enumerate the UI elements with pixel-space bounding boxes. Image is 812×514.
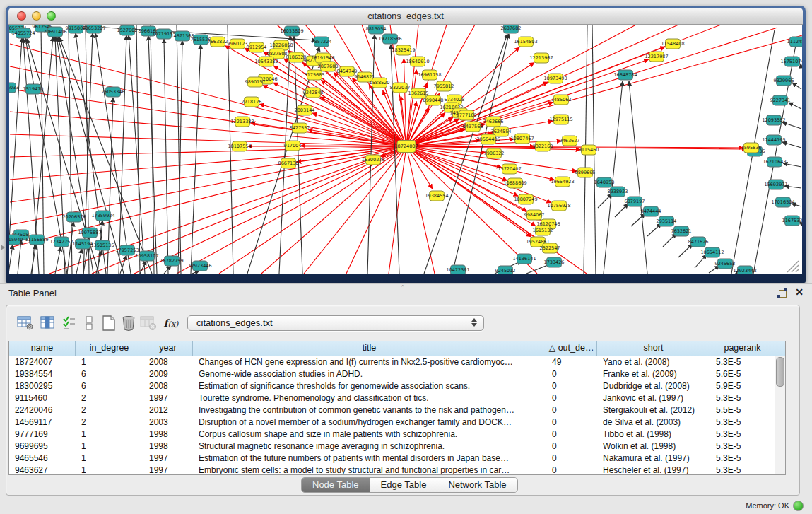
cell-name: 9463627 [9, 465, 76, 475]
column-header-out_degree[interactable]: △ out_de… [546, 341, 597, 356]
table-row[interactable]: 977716911998Corpus callosum shape and si… [9, 428, 785, 440]
table-row[interactable]: 911546021997Tourette syndrome. Phenomeno… [9, 392, 785, 404]
trash-icon [121, 315, 136, 332]
function-builder-button[interactable]: f(x) [162, 314, 180, 332]
table-vertical-scrollbar[interactable] [775, 356, 785, 474]
collapsed-panel-handle-icon[interactable] [1, 245, 5, 250]
cell-name: 9699695 [9, 440, 76, 452]
graph-node-label: 1640953 [594, 180, 615, 185]
cell-title: Estimation of significance thresholds fo… [193, 380, 546, 392]
tab-edge-table[interactable]: Edge Table [370, 478, 438, 492]
row-height-icon [85, 315, 93, 331]
window-zoom-button[interactable] [47, 11, 56, 21]
cell-title: Embryonic stem cells: a model to study s… [193, 465, 546, 475]
cell-short: Dudbridge et al. (2008) [597, 380, 710, 392]
cell-short: Franke et al. (2009) [597, 368, 710, 380]
graph-node-label: 7857224 [312, 39, 332, 45]
graph-node-label: 19218586 [378, 36, 401, 42]
table-panel-header: Table Panel ✕ [0, 284, 812, 303]
canvas-resize-grip[interactable] [787, 261, 799, 272]
table-source-combobox[interactable]: citations_edges.txt [187, 315, 484, 331]
graph-node-label: 19384554 [425, 193, 448, 199]
close-panel-button[interactable]: ✕ [795, 286, 804, 298]
graph-node-label: 2687682 [501, 25, 522, 31]
graph-node-label: 16961758 [418, 72, 441, 78]
node-layer: 2055724140557249612546206914069915004106… [9, 25, 802, 274]
graph-edge [10, 146, 406, 247]
graph-node-label: 10688609 [503, 180, 526, 186]
cell-title: Estimation of the future numbers of pati… [193, 452, 546, 465]
network-canvas[interactable]: 2055724140557249612546206914069915004106… [9, 25, 802, 274]
memory-indicator[interactable] [793, 501, 804, 511]
tab-node-table[interactable]: Node Table [302, 478, 370, 492]
cell-out_degree: 0 [546, 440, 597, 452]
cell-year: 2008 [143, 356, 193, 368]
graph-node-label: 16191546 [311, 55, 334, 61]
graph-node-label: 14136141 [512, 256, 536, 262]
float-panel-button[interactable] [777, 288, 787, 298]
new-table-button[interactable] [100, 314, 118, 332]
table-row[interactable]: 1830029562008Estimation of significance … [9, 380, 785, 392]
graph-node-label: 16154803 [514, 39, 537, 45]
graph-node-label: 16648784 [613, 72, 637, 78]
graph-node-label: 12217987 [645, 54, 668, 59]
column-header-title[interactable]: title [193, 341, 546, 356]
graph-edge [9, 245, 13, 274]
graph-node-label: 10973493 [543, 76, 567, 81]
table-row[interactable]: 2242004622012Investigating the contribut… [9, 404, 785, 416]
table-row[interactable]: 1872400712008Changes of HCN gene express… [9, 356, 785, 368]
graph-node-label: 9890157 [245, 79, 266, 85]
graph-node-label: 19654923 [551, 179, 574, 185]
column-header-year[interactable]: year [143, 341, 193, 356]
column-header-pagerank[interactable]: pagerank [710, 341, 775, 356]
graph-node-label: 9245012 [495, 268, 516, 274]
graph-node-label: 8471626 [688, 239, 709, 245]
column-header-in_degree[interactable]: in_degree [76, 341, 143, 356]
graph-node-label: 12923446 [188, 263, 211, 269]
table-row[interactable]: 946554611997Estimation of the future num… [9, 452, 785, 465]
select-columns-button[interactable] [60, 314, 78, 332]
table-row[interactable]: 946362711997Embryonic stem cells: a mode… [9, 465, 785, 475]
delete-column-button[interactable] [119, 314, 138, 332]
graph-node-label: 8667130 [278, 160, 299, 166]
graph-node-label: 7986322 [484, 151, 505, 156]
graph-edge [164, 266, 171, 274]
cell-pagerank: 5.3E-5 [710, 392, 775, 404]
cell-in_degree: 1 [76, 356, 143, 368]
network-window-titlebar[interactable]: citations_edges.txt [8, 8, 803, 25]
memory-status-label: Memory: OK [746, 501, 789, 510]
cell-name: 14569117 [9, 416, 76, 428]
graph-node-label: 8454749 [337, 69, 358, 74]
table-row[interactable]: 1456911722003Disruption of a novel membe… [9, 416, 785, 428]
graph-edge [49, 146, 406, 274]
scrollbar-thumb[interactable] [776, 357, 784, 387]
cell-pagerank: 5.6E-5 [710, 368, 775, 380]
row-height-button[interactable] [80, 314, 98, 332]
delete-table-button[interactable] [139, 314, 158, 332]
graph-node-label: 18226058 [269, 42, 293, 48]
table-row[interactable]: 1938455462009Genome-wide association stu… [9, 368, 785, 380]
graph-node-label: 17957253 [115, 247, 139, 253]
cell-short: Yano et al. (2008) [597, 356, 710, 368]
column-visibility-button[interactable] [39, 314, 57, 332]
graph-node-label: 12213383 [230, 119, 254, 124]
graph-node-label: 15692971 [764, 182, 787, 187]
window-close-button[interactable] [17, 11, 26, 21]
graph-node-label: 18640910 [406, 59, 429, 64]
window-minimize-button[interactable] [32, 11, 41, 21]
graph-node-label: 8813054 [366, 26, 387, 32]
graph-node-label: 9227341 [770, 98, 791, 103]
column-header-short[interactable]: short [597, 341, 710, 356]
graph-node-label: 3175685 [305, 72, 325, 78]
graph-node-label: 26053346 [101, 89, 124, 95]
graph-node-label: 1519470 [23, 86, 44, 92]
network-canvas-svg[interactable]: 2055724140557249612546206914069915004106… [9, 25, 802, 274]
table-settings-button[interactable] [16, 314, 35, 332]
cell-year: 1998 [143, 440, 193, 452]
table-row[interactable]: 969969511998Structural magnetic resonanc… [9, 440, 785, 452]
cell-out_degree: 0 [546, 380, 597, 392]
column-header-name[interactable]: name [9, 341, 76, 356]
tab-network-table[interactable]: Network Table [437, 478, 517, 492]
graph-edge [789, 103, 801, 109]
cell-name: 18300295 [9, 380, 76, 392]
